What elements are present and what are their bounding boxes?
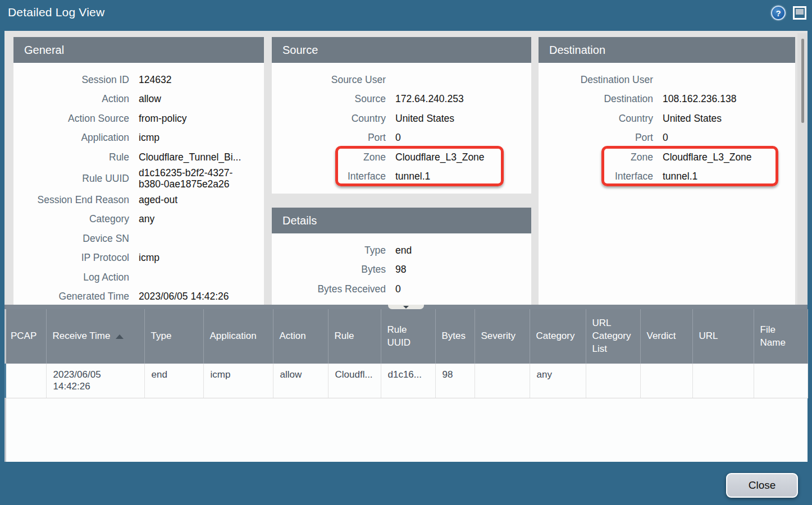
column-header-url-category-list[interactable]: URL Category List <box>586 309 640 364</box>
field-value: tunnel.1 <box>663 171 697 182</box>
field-label: Country <box>539 113 653 125</box>
field-label: Session End Reason <box>13 194 129 206</box>
field-label: Type <box>272 245 386 256</box>
help-icon[interactable]: ? <box>771 6 786 20</box>
cell-bytes: 98 <box>435 364 475 398</box>
field-row-interface: Interfacetunnel.1 <box>539 167 795 187</box>
source-panel: Source Source UserSource172.64.240.253Co… <box>272 37 531 194</box>
cell-verdict <box>640 364 692 398</box>
field-row-source-user: Source User <box>272 70 531 90</box>
destination-panel-title: Destination <box>539 37 795 63</box>
field-row-device-sn: Device SN <box>13 229 264 249</box>
field-row-action-source: Action Sourcefrom-policy <box>13 109 264 128</box>
field-label: Interface <box>272 171 386 182</box>
close-button[interactable]: Close <box>726 473 798 498</box>
details-panel-body: TypeendBytes98Bytes Received0 <box>272 233 531 305</box>
vertical-scrollbar-track[interactable] <box>797 33 808 305</box>
column-header-pcap[interactable]: PCAP <box>4 309 46 364</box>
column-header-bytes[interactable]: Bytes <box>435 309 475 364</box>
field-row-bytes-received: Bytes Received0 <box>272 279 531 299</box>
field-row-destination-user: Destination User <box>539 70 795 90</box>
field-value: end <box>395 245 412 256</box>
field-row-destination: Destination108.162.236.138 <box>539 90 795 109</box>
selected-row-edge-marker <box>4 364 6 398</box>
field-value: any <box>139 213 154 225</box>
column-header-type[interactable]: Type <box>144 309 203 364</box>
field-label: Interface <box>539 171 653 182</box>
dialog-content: General Session ID124632ActionallowActio… <box>4 31 808 462</box>
column-header-application[interactable]: Application <box>203 309 273 364</box>
cell-rule: Cloudfl... <box>328 364 381 398</box>
field-row-zone: ZoneCloudflare_L3_Zone <box>539 148 795 167</box>
field-row-rule-uuid: Rule UUIDd1c16235-b2f2-4327-b380-0ae1875… <box>13 167 264 190</box>
field-row-ip-protocol: IP Protocolicmp <box>13 248 264 268</box>
details-panel: Details TypeendBytes98Bytes Received0 <box>272 208 531 305</box>
field-value: tunnel.1 <box>395 171 430 182</box>
field-label: Generated Time <box>13 291 129 302</box>
field-label: Zone <box>272 152 386 163</box>
column-header-category[interactable]: Category <box>530 309 586 364</box>
general-panel-title: General <box>13 37 264 63</box>
dialog-titlebar: Detailed Log View ? <box>0 0 812 26</box>
field-row-port: Port0 <box>272 128 531 148</box>
field-value: icmp <box>139 252 159 264</box>
window-restore-icon[interactable] <box>793 6 806 20</box>
field-label: Source User <box>272 74 386 86</box>
column-header-severity[interactable]: Severity <box>475 309 530 364</box>
chevron-down-icon <box>403 306 409 309</box>
field-value: United States <box>663 113 722 125</box>
field-label: Device SN <box>13 233 129 245</box>
column-header-rule[interactable]: Rule <box>328 309 381 364</box>
sort-ascending-icon <box>116 334 124 339</box>
field-label: Action <box>13 93 129 105</box>
cell-url <box>692 364 754 398</box>
field-label: Destination <box>539 93 653 105</box>
field-label: IP Protocol <box>13 252 129 264</box>
column-header-verdict[interactable]: Verdict <box>640 309 692 364</box>
field-label: Country <box>272 113 386 125</box>
cell-action: allow <box>273 364 328 398</box>
column-header-url[interactable]: URL <box>692 309 754 364</box>
field-row-generated-time: Generated Time2023/06/05 14:42:26 <box>13 287 264 305</box>
general-panel-body: Session ID124632ActionallowAction Source… <box>13 63 264 305</box>
log-table-section: PCAPReceive TimeTypeApplicationActionRul… <box>4 309 808 462</box>
field-row-zone: ZoneCloudflare_L3_Zone <box>272 148 531 167</box>
field-value: icmp <box>139 132 159 144</box>
field-row-port: Port0 <box>539 128 795 148</box>
destination-panel-body: Destination UserDestination108.162.236.1… <box>539 63 795 305</box>
field-label: Destination User <box>539 74 653 86</box>
field-row-log-action: Log Action <box>13 268 264 287</box>
field-value: Cloudflare_L3_Zone <box>395 152 485 163</box>
field-label: Source <box>272 93 386 105</box>
field-value: Cloudflare_L3_Zone <box>663 152 752 163</box>
field-value: aged-out <box>139 194 177 206</box>
log-table-row[interactable]: 2023/06/05 14:42:26endicmpallowCloudfl..… <box>4 364 808 398</box>
field-row-action: Actionallow <box>13 90 264 109</box>
cell-receive-time: 2023/06/05 14:42:26 <box>46 364 144 398</box>
source-panel-body: Source UserSource172.64.240.253CountryUn… <box>272 63 531 194</box>
window-restore-icon-inner <box>796 9 804 15</box>
cell-rule-uuid: d1c16... <box>381 364 435 398</box>
column-header-action[interactable]: Action <box>273 309 328 364</box>
field-row-bytes: Bytes98 <box>272 260 531 280</box>
field-value: United States <box>395 113 454 125</box>
cell-file-name <box>754 364 808 398</box>
panel-table-splitter[interactable] <box>4 305 808 309</box>
field-row-session-end-reason: Session End Reasonaged-out <box>13 190 264 210</box>
column-header-file-name[interactable]: File Name <box>754 309 808 364</box>
field-value: 0 <box>395 283 401 295</box>
column-header-rule-uuid[interactable]: Rule UUID <box>381 309 435 364</box>
field-value: 108.162.236.138 <box>663 93 736 105</box>
field-row-session-id: Session ID124632 <box>13 70 264 90</box>
field-label: Bytes Received <box>272 283 386 295</box>
field-row-application: Applicationicmp <box>13 128 264 148</box>
field-value: from-policy <box>139 113 187 125</box>
cell-category: any <box>530 364 586 398</box>
field-row-type: Typeend <box>272 241 531 260</box>
field-label: Action Source <box>13 113 129 125</box>
column-header-receive-time[interactable]: Receive Time <box>46 309 144 364</box>
destination-panel: Destination Destination UserDestination1… <box>539 37 795 305</box>
field-value: 98 <box>395 264 406 276</box>
vertical-scrollbar-thumb[interactable] <box>801 39 804 123</box>
splitter-collapse-handle[interactable] <box>388 305 424 309</box>
